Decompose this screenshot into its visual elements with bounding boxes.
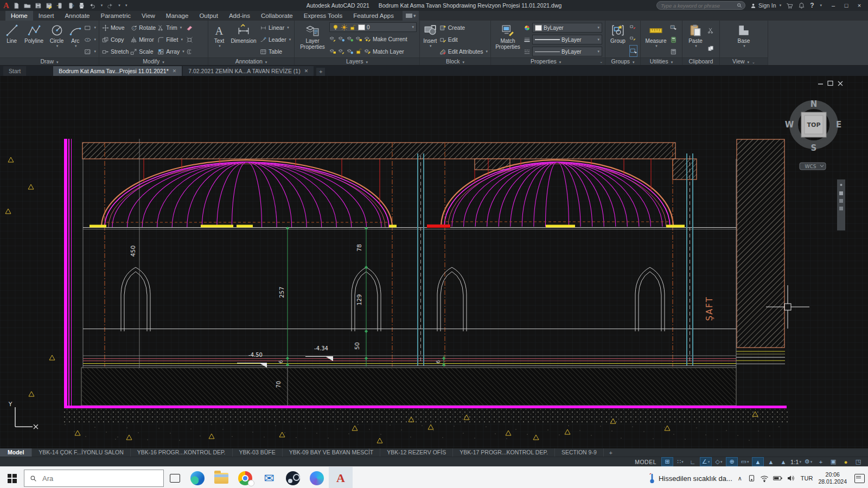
- fillet-tool[interactable]: Fillet▾: [157, 34, 184, 45]
- layer-tool-icon[interactable]: [329, 48, 336, 55]
- circle-tool[interactable]: Circle▾: [47, 22, 66, 57]
- layer-tool-icon[interactable]: [347, 35, 354, 42]
- action-center-icon[interactable]: [854, 474, 865, 483]
- ribbon-tab-annotate[interactable]: Annotate: [59, 11, 95, 21]
- panel-label-properties[interactable]: Properties ▾ ⌄: [491, 57, 605, 65]
- polar-tracking-toggle[interactable]: ∠▾: [700, 457, 712, 466]
- hidden-icons-chevron[interactable]: ∧: [738, 475, 742, 482]
- layer-color-swatch[interactable]: [358, 24, 365, 30]
- customize-qat-icon[interactable]: ▾: [125, 3, 127, 8]
- taskbar-app-autocad[interactable]: A: [329, 467, 353, 488]
- panel-label-utilities[interactable]: Utilities ▾: [641, 57, 682, 65]
- insert-block-tool[interactable]: Insert▾: [423, 22, 438, 57]
- table-tool[interactable]: Table: [260, 46, 291, 57]
- rotate-tool[interactable]: Rotate: [130, 22, 156, 33]
- layer-tool-icon[interactable]: [338, 48, 345, 55]
- layer-tool-icon[interactable]: [338, 35, 345, 42]
- sign-in-button[interactable]: Sign In ▾: [750, 2, 781, 9]
- viewcube-n[interactable]: N: [810, 99, 818, 109]
- ribbon-tab-view[interactable]: View: [136, 11, 161, 21]
- undo-dropdown-icon[interactable]: ▾: [101, 3, 103, 8]
- linear-dimension-tool[interactable]: Linear▾: [260, 22, 291, 33]
- plot-icon[interactable]: [78, 2, 85, 9]
- app-store-icon[interactable]: [786, 2, 793, 9]
- open-from-web-mobile-icon[interactable]: [56, 2, 63, 9]
- copy-clip-tool[interactable]: [707, 43, 714, 54]
- linetype-select[interactable]: ByLayer▾: [532, 47, 602, 56]
- maximize-button[interactable]: □: [840, 2, 853, 9]
- calculator-tool[interactable]: [670, 46, 677, 57]
- panel-label-view[interactable]: View ▾ ⌄: [720, 57, 768, 65]
- clean-screen-icon[interactable]: ◳: [853, 458, 864, 466]
- panel-label-modify[interactable]: Modify ▾: [99, 57, 208, 65]
- close-button[interactable]: ×: [853, 2, 866, 9]
- polyline-tool[interactable]: Polyline: [22, 22, 46, 57]
- close-tab-icon[interactable]: ✕: [304, 68, 309, 74]
- scale-tool[interactable]: Scale: [130, 46, 156, 57]
- autoscale-toggle[interactable]: ▲: [765, 458, 776, 466]
- create-block-tool[interactable]: Create: [439, 22, 488, 33]
- layer-unlock-icon[interactable]: [349, 24, 356, 31]
- task-view-button[interactable]: [164, 474, 186, 483]
- file-tab-other-doc[interactable]: 7.02.2021 ZEMİN KA...A TAVAN REVİZE (1)✕: [183, 66, 314, 76]
- taskbar-app-steam[interactable]: [281, 467, 305, 488]
- ribbon-tab-collaborate[interactable]: Collaborate: [256, 11, 298, 21]
- annotation-monitor-icon[interactable]: +: [815, 458, 826, 466]
- ribbon-display-toggle[interactable]: ▾: [403, 11, 419, 21]
- layout-tab[interactable]: YBK-09 BAY VE BAYAN MESCİT: [283, 448, 381, 457]
- file-tab-current-doc[interactable]: Bodrum Kat Asma Tav...Projesi 11.01.2021…: [53, 66, 182, 76]
- lineweight-select[interactable]: ByLayer▾: [532, 35, 602, 44]
- taskbar-app-explorer[interactable]: [209, 467, 233, 488]
- autocad-app-button-icon[interactable]: A: [3, 2, 9, 10]
- ribbon-tab-parametric[interactable]: Parametric: [95, 11, 137, 21]
- leader-tool[interactable]: Leader▾: [260, 34, 291, 45]
- measure-tool[interactable]: Measure▾: [643, 22, 668, 57]
- viewcube-e[interactable]: E: [836, 120, 841, 130]
- panel-label-layers[interactable]: Layers ▾: [295, 57, 419, 65]
- open-file-icon[interactable]: [24, 2, 31, 9]
- color-wheel-icon[interactable]: [524, 24, 531, 31]
- battery-icon[interactable]: [773, 475, 782, 481]
- workspace-switching-icon[interactable]: ⚙▾: [803, 458, 814, 466]
- move-tool[interactable]: Move: [102, 22, 129, 33]
- new-layout-button[interactable]: +: [604, 450, 618, 456]
- linetype-icon[interactable]: [524, 48, 531, 55]
- quick-select-tool[interactable]: [670, 22, 677, 33]
- taskbar-app-chrome[interactable]: [233, 467, 257, 488]
- help-icon[interactable]: ?: [810, 2, 814, 9]
- trim-tool[interactable]: Trim▾: [157, 22, 184, 33]
- wifi-icon[interactable]: [760, 475, 769, 482]
- dimension-tool[interactable]: Dimension: [229, 22, 258, 57]
- search-icon[interactable]: [737, 3, 742, 8]
- ribbon-tab-output[interactable]: Output: [194, 11, 224, 21]
- cut-tool[interactable]: [707, 25, 714, 36]
- array-tool[interactable]: Array▾: [157, 46, 184, 57]
- make-current-button[interactable]: Make Current: [329, 34, 417, 44]
- edit-attributes-tool[interactable]: Edit Attributes▾: [439, 46, 488, 57]
- device-tray-icon[interactable]: [748, 474, 756, 482]
- ellipse-tool[interactable]: ▾: [84, 34, 96, 45]
- lineweight-icon[interactable]: [524, 36, 531, 43]
- keyword-search[interactable]: [656, 1, 745, 10]
- layout-tab[interactable]: YBK-17 PROGR...KONTROL DEP.: [453, 448, 555, 457]
- layer-properties-button[interactable]: Layer Properties: [297, 22, 328, 57]
- rectangle-tool[interactable]: ▾: [84, 22, 96, 33]
- ribbon-tab-home[interactable]: Home: [5, 11, 33, 21]
- ungroup-tool[interactable]: [629, 22, 637, 33]
- close-tab-icon[interactable]: ✕: [173, 68, 177, 74]
- group-tool[interactable]: Group: [608, 22, 628, 57]
- ribbon-tab-express-tools[interactable]: Express Tools: [298, 11, 348, 21]
- ribbon-tab-addins[interactable]: Add-ins: [224, 11, 256, 21]
- layer-thaw-icon[interactable]: [341, 24, 348, 31]
- paste-tool[interactable]: Paste▾: [685, 22, 706, 57]
- layer-tool-icon[interactable]: [355, 35, 362, 42]
- taskbar-app-copilot[interactable]: [305, 467, 329, 488]
- undo-icon[interactable]: [89, 2, 96, 9]
- hardware-acceleration-icon[interactable]: ●: [840, 458, 851, 466]
- redo-dropdown-icon[interactable]: ▾: [118, 3, 120, 8]
- ribbon-tab-featured-apps[interactable]: Featured Apps: [348, 11, 399, 21]
- object-snap-tracking-toggle[interactable]: ▭▾: [739, 458, 750, 466]
- keyword-search-input[interactable]: [660, 2, 737, 9]
- isolate-objects-icon[interactable]: ▣: [828, 458, 839, 466]
- help-dropdown-icon[interactable]: ▾: [820, 3, 822, 8]
